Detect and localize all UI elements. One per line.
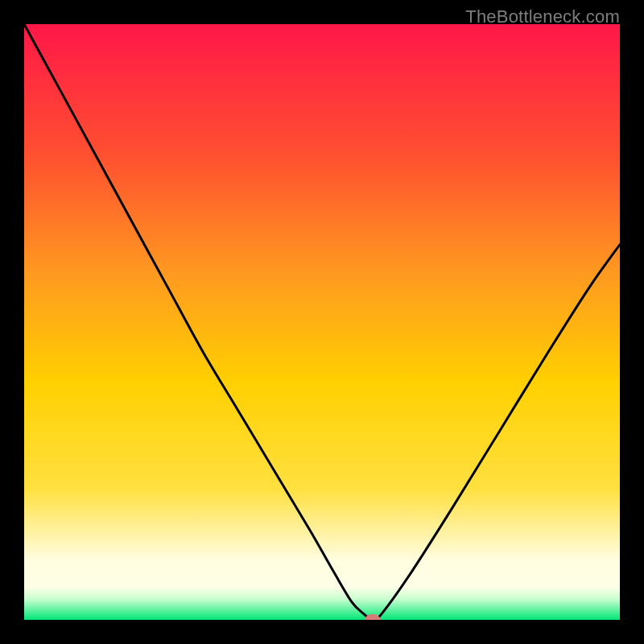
gradient-fill — [24, 24, 620, 620]
watermark-text: TheBottleneck.com — [465, 6, 620, 27]
chart-frame: TheBottleneck.com — [0, 0, 644, 644]
plot-area — [24, 24, 620, 620]
bottleneck-chart — [24, 24, 620, 620]
